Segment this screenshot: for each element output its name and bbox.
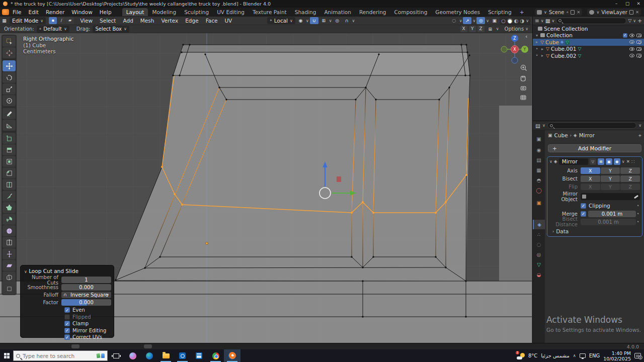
tab-particles[interactable]: ∴ <box>533 230 545 239</box>
tool-spin-button[interactable] <box>3 214 16 225</box>
blender-taskbar-button[interactable] <box>224 349 240 362</box>
correct-uvs-checkbox[interactable]: ✓ <box>64 334 70 340</box>
tab-compositing[interactable]: Compositing <box>390 8 432 16</box>
toggle-render-icon[interactable]: ◉ <box>614 158 620 165</box>
orientation-dropdown[interactable]: ⌖ Default ∨ <box>37 26 69 33</box>
snap-settings-icon[interactable]: ⊞ <box>319 17 328 24</box>
file-explorer-button[interactable] <box>157 349 174 362</box>
camera-visibility-icon[interactable] <box>636 34 641 37</box>
options-label[interactable]: Options <box>505 26 524 32</box>
tool-smooth-button[interactable] <box>3 225 16 236</box>
menu-add[interactable]: Add <box>120 18 136 24</box>
axis-y-button[interactable]: Y <box>601 167 620 174</box>
tool-move-button[interactable] <box>3 60 16 71</box>
eye-icon[interactable] <box>629 47 634 51</box>
edge-button[interactable] <box>141 349 157 362</box>
transform-orientation-dropdown[interactable]: ⌖ Local ∨ <box>267 17 295 24</box>
menu-uv[interactable]: UV <box>221 18 235 24</box>
camera-visibility-icon[interactable] <box>636 47 641 51</box>
even-checkbox[interactable]: ✓ <box>64 307 70 313</box>
tab-rendering[interactable]: Rendering <box>355 8 390 16</box>
properties-search-input[interactable] <box>547 122 636 129</box>
menu-edit[interactable]: Edit <box>25 9 42 15</box>
menu-vertex[interactable]: Vertex <box>158 18 181 24</box>
toggle-realtime-icon[interactable]: ▣ <box>606 158 612 165</box>
wireframe-shading-icon[interactable]: ○ <box>501 18 506 24</box>
clamp-checkbox[interactable]: ✓ <box>64 321 70 326</box>
menu-render[interactable]: Render <box>42 9 68 15</box>
outliner-search-input[interactable] <box>556 18 626 24</box>
editor-type-icon[interactable]: ▦ <box>0 17 9 24</box>
minimize-button[interactable]: – <box>611 0 622 8</box>
new-view-layer-icon[interactable] <box>629 10 633 15</box>
tool-edge-slide-button[interactable] <box>3 237 16 248</box>
edge-select-button[interactable]: ∕ <box>57 17 65 24</box>
flip-z-button[interactable]: Z <box>620 184 640 190</box>
store-button[interactable] <box>191 349 207 362</box>
tab-texture-paint[interactable]: Texture Paint <box>249 8 291 16</box>
operator-panel[interactable]: ∨ Loop Cut and Slide Number of Cuts 1 Sm… <box>20 265 114 338</box>
tool-bevel-button[interactable] <box>3 167 16 178</box>
toggle-edit-mode-icon[interactable]: ⊞ <box>598 158 604 165</box>
sidebar-collapse-icon[interactable]: ‹ <box>525 33 527 40</box>
snap-magnet-icon[interactable]: ∪ <box>310 17 318 24</box>
overlays-toggle-icon[interactable]: ◎ <box>476 17 485 24</box>
tab-output[interactable]: ▤ <box>533 155 545 165</box>
menu-select[interactable]: Select <box>97 18 119 24</box>
add-workspace-button[interactable]: + <box>516 8 528 16</box>
tool-add-cube-button[interactable] <box>3 133 16 144</box>
tool-transform-button[interactable] <box>3 95 16 106</box>
bisect-z-button[interactable]: Z <box>620 175 640 182</box>
falloff-curve-icon[interactable]: ∩ <box>343 17 351 24</box>
tab-animation[interactable]: Animation <box>320 8 355 16</box>
eye-icon[interactable] <box>629 34 634 37</box>
tab-constraints[interactable]: ◎ <box>533 250 545 259</box>
outliner-row-cube-002[interactable]: • ▸ ▽ Cube.002 ▽ <box>533 52 644 59</box>
vertex-select-button[interactable]: ▪ <box>49 17 57 24</box>
tool-annotate-button[interactable] <box>3 108 16 119</box>
weather-icon[interactable]: 1 <box>517 352 525 359</box>
weather-desc[interactable]: مشمس جزئيا <box>541 353 570 358</box>
tab-layout[interactable]: Layout <box>122 8 148 16</box>
close-button[interactable]: ✕ <box>633 0 644 8</box>
add-modifier-button[interactable]: + Add Modifier <box>548 144 641 152</box>
number-of-cuts-field[interactable]: 1 <box>61 277 111 283</box>
flip-y-button[interactable]: Y <box>601 184 620 190</box>
copilot-button[interactable] <box>124 349 141 362</box>
taskbar-search-input[interactable] <box>23 353 94 359</box>
tab-modifiers[interactable]: ◈ <box>533 220 545 229</box>
breadcrumb-object[interactable]: Cube <box>554 132 568 138</box>
view-layer-selector[interactable]: ∨ ViewLayer ✕ <box>587 9 641 16</box>
modifier-name-field[interactable]: Mirror <box>559 158 588 165</box>
scene-selector[interactable]: ∨ Scene ⌖ ✕ <box>535 9 582 16</box>
menu-help[interactable]: Help <box>96 9 115 15</box>
gizmos-toggle-icon[interactable]: ↗ <box>463 17 471 24</box>
bisect-y-button[interactable]: Y <box>601 175 620 182</box>
maximize-button[interactable]: □ <box>622 0 633 8</box>
pivot-point-icon[interactable]: ◉ <box>296 17 305 24</box>
mirror-z-toggle[interactable]: Z <box>477 26 485 32</box>
menu-view[interactable]: View <box>77 18 96 24</box>
weather-temp[interactable]: 8°C <box>528 353 537 358</box>
tool-measure-button[interactable] <box>3 120 16 131</box>
blender-menu-icon[interactable] <box>2 9 9 15</box>
delete-scene-icon[interactable]: ✕ <box>577 10 580 15</box>
notification-center-icon[interactable]: 1 <box>634 353 641 358</box>
tab-geometry-nodes[interactable]: Geometry Nodes <box>431 8 484 16</box>
tab-material[interactable]: ◒ <box>533 270 545 280</box>
tool-select-box-button[interactable] <box>3 36 16 47</box>
chrome-button[interactable] <box>207 349 224 362</box>
start-button[interactable] <box>0 349 13 362</box>
material-shading-icon[interactable]: ◐ <box>514 18 519 24</box>
xray-toggle-icon[interactable]: ▣ <box>490 17 499 24</box>
tab-render[interactable]: ◉ <box>533 145 545 155</box>
tab-object[interactable]: ▣ <box>533 198 545 208</box>
outliner-row-scene-collection[interactable]: Scene Collection <box>533 25 644 32</box>
mirror-object-field[interactable] <box>581 193 640 200</box>
outliner-row-collection[interactable]: ▾ Collection ✓ <box>533 32 644 39</box>
axis-y-neg-ball[interactable] <box>501 46 507 52</box>
outliner-filter-image-icon[interactable]: ▦ <box>545 18 550 24</box>
tab-uv-editing[interactable]: UV Editing <box>213 8 249 16</box>
properties-editor-icon[interactable]: ▤ <box>535 123 540 129</box>
outliner-row-cube-001[interactable]: • ▸ ▽ Cube.001 ▽ <box>533 46 644 53</box>
